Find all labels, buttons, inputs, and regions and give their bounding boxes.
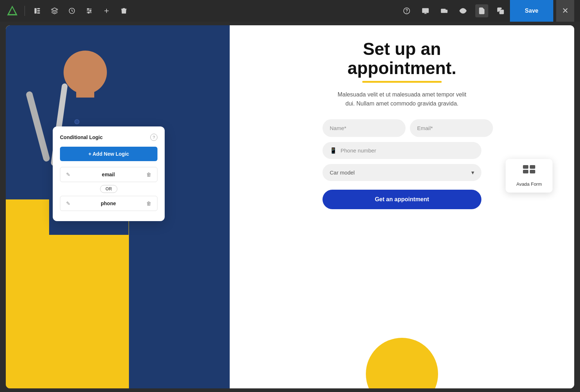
neck: [76, 83, 94, 98]
logic-row-phone: ✎ phone 🗑: [60, 196, 157, 211]
appointment-title-line1: Set up an appointment.: [347, 40, 456, 78]
close-button[interactable]: ✕: [556, 0, 574, 22]
or-badge: OR: [100, 185, 117, 193]
name-input[interactable]: [323, 119, 406, 137]
phone-input[interactable]: [341, 147, 474, 154]
delete-button[interactable]: [117, 4, 130, 17]
title-block: Set up an appointment.: [347, 40, 456, 79]
svg-rect-26: [523, 170, 528, 173]
popup-title: Conditional Logic: [60, 134, 103, 140]
edit-email-button[interactable]: ✎: [65, 171, 72, 178]
avada-grid-icon: [523, 165, 536, 177]
responsive-button[interactable]: [438, 4, 451, 17]
name-email-row: [323, 119, 481, 137]
svg-point-10: [90, 10, 91, 11]
toolbar-separator-1: [25, 6, 25, 16]
logic-phone-label: phone: [72, 201, 145, 206]
preview-button[interactable]: [456, 4, 469, 17]
edit-phone-button[interactable]: ✎: [65, 200, 72, 207]
svg-rect-5: [37, 12, 40, 13]
chevron-down-icon: ▾: [471, 169, 474, 176]
svg-rect-24: [523, 165, 528, 169]
or-separator: OR: [60, 185, 157, 193]
phone-input-row: 📱: [323, 142, 481, 159]
canvas-wrapper: Conditional Logic ? + Add New Logic ✎ em…: [6, 25, 574, 388]
car-model-select[interactable]: Car model ▾: [323, 164, 481, 181]
layers-button[interactable]: [48, 4, 61, 17]
svg-point-12: [88, 12, 89, 13]
logic-row-email: ✎ email 🗑: [60, 167, 157, 182]
toolbar: Save ✕: [0, 0, 580, 22]
svg-rect-21: [446, 10, 447, 13]
settings-sliders-button[interactable]: [83, 4, 96, 17]
appointment-description: Malesuada velit et ut malesuada amet tem…: [333, 90, 471, 108]
logo-icon[interactable]: [6, 4, 19, 17]
avada-form-tooltip[interactable]: Avada Form: [506, 159, 553, 193]
help-button[interactable]: [400, 4, 413, 17]
svg-point-16: [407, 13, 407, 13]
svg-rect-25: [530, 165, 535, 169]
yellow-circle-decoration: [366, 338, 438, 388]
toolbar-right: Save ✕: [510, 0, 574, 22]
popup-header: Conditional Logic ?: [60, 134, 157, 141]
add-element-button[interactable]: [100, 4, 113, 17]
save-button[interactable]: Save: [510, 0, 553, 22]
svg-rect-20: [441, 9, 446, 13]
add-logic-button[interactable]: + Add New Logic: [60, 147, 157, 161]
logic-email-label: email: [72, 172, 145, 177]
toolbar-center: [400, 4, 507, 17]
canvas-content: Conditional Logic ? + Add New Logic ✎ em…: [6, 25, 574, 388]
history-button[interactable]: [65, 4, 78, 17]
template-button[interactable]: [494, 4, 507, 17]
svg-point-22: [462, 10, 464, 12]
svg-rect-27: [530, 170, 535, 173]
delete-phone-button[interactable]: 🗑: [145, 200, 153, 207]
svg-rect-3: [37, 8, 40, 9]
left-panel: Conditional Logic ? + Add New Logic ✎ em…: [6, 25, 230, 388]
email-input[interactable]: [410, 119, 493, 137]
avada-form-label: Avada Form: [516, 181, 542, 187]
svg-rect-23: [500, 10, 504, 14]
sidebar-toggle-button[interactable]: [31, 4, 44, 17]
toolbar-left: [6, 4, 397, 17]
phone-icon: 📱: [330, 147, 337, 154]
submit-appointment-button[interactable]: Get an appointment: [323, 190, 481, 209]
svg-rect-2: [35, 8, 37, 14]
conditional-logic-popup: Conditional Logic ? + Add New Logic ✎ em…: [53, 126, 165, 221]
page-icon-button[interactable]: [475, 4, 488, 17]
svg-rect-17: [423, 8, 429, 13]
delete-email-button[interactable]: 🗑: [145, 171, 153, 178]
popup-help-button[interactable]: ?: [150, 134, 157, 141]
desktop-preview-button[interactable]: [419, 4, 432, 17]
car-model-text: Car model: [330, 169, 471, 176]
title-underline: [362, 81, 442, 83]
svg-rect-4: [37, 10, 40, 11]
svg-point-8: [87, 8, 88, 9]
button-detail: [74, 119, 79, 124]
right-panel: Set up an appointment. Malesuada velit e…: [230, 25, 574, 388]
